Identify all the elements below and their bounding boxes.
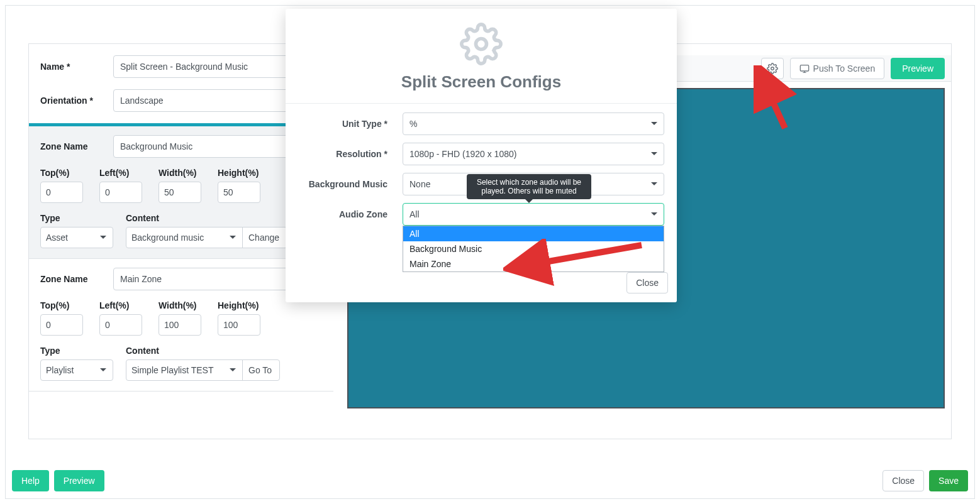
dim-label: Height(%) (218, 168, 260, 178)
modal-title: Split Screen Configs (298, 72, 664, 92)
change-button[interactable]: Change (240, 227, 287, 248)
bg-music-value: None (409, 179, 430, 189)
svg-line-4 (759, 70, 785, 128)
audio-zone-select[interactable]: All (403, 203, 664, 226)
dim-label: Top(%) (40, 168, 83, 178)
width-input[interactable] (159, 314, 201, 336)
content-select[interactable]: Simple Playlist TEST (126, 359, 243, 381)
left-input[interactable] (99, 314, 142, 336)
gear-icon (460, 23, 503, 65)
resolution-label: Resolution * (298, 149, 403, 159)
footer: Help Preview Close Save (6, 463, 974, 498)
audio-zone-tooltip: Select which zone audio will be played. … (467, 174, 591, 199)
push-to-screen-button[interactable]: Push To Screen (790, 58, 885, 79)
type-select[interactable]: Asset (40, 227, 113, 248)
height-input[interactable] (218, 182, 260, 203)
help-button[interactable]: Help (12, 470, 49, 491)
dim-label: Top(%) (40, 300, 83, 310)
unit-type-label: Unit Type * (298, 119, 403, 129)
svg-point-2 (476, 39, 487, 50)
top-input[interactable] (40, 314, 83, 336)
goto-button[interactable]: Go To (240, 359, 280, 381)
content-label: Content (126, 213, 287, 223)
audio-zone-label: Audio Zone (298, 209, 403, 219)
content-select[interactable]: Background music (126, 227, 243, 248)
dim-label: Width(%) (159, 300, 201, 310)
dim-label: Left(%) (99, 168, 142, 178)
screen-icon (799, 64, 810, 73)
name-label: Name * (40, 62, 113, 72)
resolution-select[interactable]: 1080p - FHD (1920 x 1080) (403, 143, 664, 165)
svg-line-6 (513, 245, 642, 268)
type-value: Playlist (46, 365, 74, 375)
type-select[interactable]: Playlist (40, 359, 113, 381)
unit-type-select[interactable]: % (403, 112, 664, 135)
top-input[interactable] (40, 182, 83, 203)
type-label: Type (40, 346, 113, 356)
save-button[interactable]: Save (929, 470, 968, 491)
content-value: Background music (131, 233, 204, 243)
svg-rect-1 (800, 65, 808, 70)
preview-button[interactable]: Preview (891, 58, 945, 79)
zone-name-label: Zone Name (40, 141, 113, 151)
annotation-arrow-icon (754, 65, 798, 134)
content-label: Content (126, 346, 280, 356)
orientation-label: Orientation * (40, 96, 113, 106)
width-input[interactable] (159, 182, 201, 203)
push-label: Push To Screen (813, 63, 876, 74)
orientation-value: Landscape (120, 96, 164, 106)
dim-label: Height(%) (218, 300, 260, 310)
left-input[interactable] (99, 182, 142, 203)
type-label: Type (40, 213, 113, 223)
type-value: Asset (46, 233, 68, 243)
bg-music-label: Background Music (298, 179, 403, 189)
annotation-arrow-icon (503, 239, 648, 289)
zone-name-label: Zone Name (40, 274, 113, 284)
dim-label: Width(%) (159, 168, 201, 178)
height-input[interactable] (218, 314, 260, 336)
resolution-value: 1080p - FHD (1920 x 1080) (409, 149, 516, 159)
content-value: Simple Playlist TEST (131, 365, 213, 375)
audio-zone-value: All (409, 209, 420, 219)
footer-close-button[interactable]: Close (883, 470, 924, 491)
dim-label: Left(%) (99, 300, 142, 310)
unit-type-value: % (409, 119, 417, 129)
footer-preview-button[interactable]: Preview (54, 470, 104, 491)
